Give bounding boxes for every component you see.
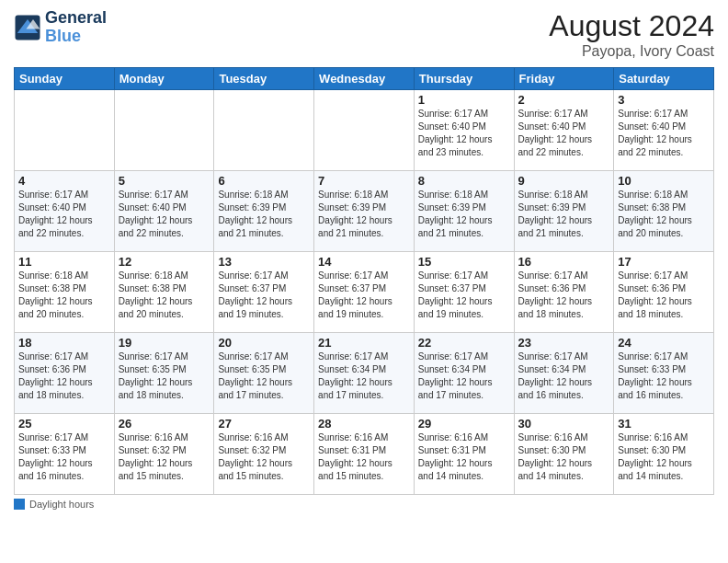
page: General Blue August 2024 Payopa, Ivory C… xyxy=(0,0,728,563)
day-info: Sunrise: 6:17 AM Sunset: 6:37 PM Dayligh… xyxy=(318,270,410,321)
calendar-week-1: 4Sunrise: 6:17 AM Sunset: 6:40 PM Daylig… xyxy=(15,171,714,252)
day-number: 25 xyxy=(18,417,110,431)
day-number: 22 xyxy=(418,336,510,350)
day-info: Sunrise: 6:18 AM Sunset: 6:39 PM Dayligh… xyxy=(218,189,310,240)
calendar-cell: 1Sunrise: 6:17 AM Sunset: 6:40 PM Daylig… xyxy=(414,90,514,171)
day-info: Sunrise: 6:17 AM Sunset: 6:40 PM Dayligh… xyxy=(119,189,210,240)
calendar-cell: 5Sunrise: 6:17 AM Sunset: 6:40 PM Daylig… xyxy=(114,171,214,252)
day-number: 5 xyxy=(119,174,210,188)
calendar-cell: 21Sunrise: 6:17 AM Sunset: 6:34 PM Dayli… xyxy=(314,333,415,414)
calendar-cell: 31Sunrise: 6:16 AM Sunset: 6:30 PM Dayli… xyxy=(614,414,714,495)
calendar-week-4: 25Sunrise: 6:17 AM Sunset: 6:33 PM Dayli… xyxy=(15,414,714,495)
calendar-cell: 8Sunrise: 6:18 AM Sunset: 6:39 PM Daylig… xyxy=(414,171,514,252)
calendar-header-thursday: Thursday xyxy=(414,68,514,90)
logo-line2: Blue xyxy=(45,28,107,46)
calendar-cell: 30Sunrise: 6:16 AM Sunset: 6:30 PM Dayli… xyxy=(514,414,614,495)
calendar-cell: 27Sunrise: 6:16 AM Sunset: 6:32 PM Dayli… xyxy=(214,414,314,495)
day-info: Sunrise: 6:18 AM Sunset: 6:39 PM Dayligh… xyxy=(418,189,510,240)
calendar-cell: 2Sunrise: 6:17 AM Sunset: 6:40 PM Daylig… xyxy=(514,90,614,171)
day-info: Sunrise: 6:16 AM Sunset: 6:32 PM Dayligh… xyxy=(218,431,310,483)
day-number: 31 xyxy=(618,417,710,431)
logo-line1: General xyxy=(45,9,107,28)
day-number: 26 xyxy=(119,417,210,431)
day-number: 30 xyxy=(518,417,610,431)
day-info: Sunrise: 6:18 AM Sunset: 6:38 PM Dayligh… xyxy=(119,270,210,321)
calendar-cell xyxy=(114,90,214,171)
day-number: 24 xyxy=(618,336,710,350)
calendar-cell: 23Sunrise: 6:17 AM Sunset: 6:34 PM Dayli… xyxy=(514,333,614,414)
day-info: Sunrise: 6:17 AM Sunset: 6:33 PM Dayligh… xyxy=(618,350,710,402)
day-number: 10 xyxy=(618,174,710,188)
day-info: Sunrise: 6:17 AM Sunset: 6:36 PM Dayligh… xyxy=(518,270,610,321)
day-info: Sunrise: 6:18 AM Sunset: 6:39 PM Dayligh… xyxy=(318,189,410,240)
day-info: Sunrise: 6:16 AM Sunset: 6:31 PM Dayligh… xyxy=(318,431,410,483)
day-number: 16 xyxy=(518,255,610,269)
day-info: Sunrise: 6:17 AM Sunset: 6:35 PM Dayligh… xyxy=(218,350,310,402)
calendar-header-sunday: Sunday xyxy=(15,68,115,90)
day-number: 7 xyxy=(318,174,410,188)
day-info: Sunrise: 6:18 AM Sunset: 6:38 PM Dayligh… xyxy=(18,270,110,321)
calendar-cell: 9Sunrise: 6:18 AM Sunset: 6:39 PM Daylig… xyxy=(514,171,614,252)
calendar-cell xyxy=(15,90,115,171)
calendar-header-saturday: Saturday xyxy=(614,68,714,90)
day-info: Sunrise: 6:16 AM Sunset: 6:31 PM Dayligh… xyxy=(418,431,510,483)
calendar-week-2: 11Sunrise: 6:18 AM Sunset: 6:38 PM Dayli… xyxy=(15,252,714,333)
day-number: 1 xyxy=(418,93,510,107)
calendar-cell: 22Sunrise: 6:17 AM Sunset: 6:34 PM Dayli… xyxy=(414,333,514,414)
day-number: 23 xyxy=(518,336,610,350)
daylight-box xyxy=(14,499,25,510)
calendar-week-0: 1Sunrise: 6:17 AM Sunset: 6:40 PM Daylig… xyxy=(15,90,714,171)
day-number: 18 xyxy=(18,336,110,350)
day-number: 19 xyxy=(119,336,210,350)
calendar-cell: 7Sunrise: 6:18 AM Sunset: 6:39 PM Daylig… xyxy=(314,171,415,252)
calendar-header-monday: Monday xyxy=(114,68,214,90)
calendar-header-row: SundayMondayTuesdayWednesdayThursdayFrid… xyxy=(15,68,714,90)
day-info: Sunrise: 6:17 AM Sunset: 6:40 PM Dayligh… xyxy=(18,189,110,240)
day-info: Sunrise: 6:17 AM Sunset: 6:34 PM Dayligh… xyxy=(518,350,610,402)
day-number: 2 xyxy=(518,93,610,107)
calendar-cell: 17Sunrise: 6:17 AM Sunset: 6:36 PM Dayli… xyxy=(614,252,714,333)
calendar-cell: 10Sunrise: 6:18 AM Sunset: 6:38 PM Dayli… xyxy=(614,171,714,252)
title-block: August 2024 Payopa, Ivory Coast xyxy=(549,9,714,60)
calendar-cell xyxy=(214,90,314,171)
logo: General Blue xyxy=(14,9,107,46)
day-info: Sunrise: 6:17 AM Sunset: 6:34 PM Dayligh… xyxy=(418,350,510,402)
logo-icon xyxy=(14,14,41,41)
footer-label: Daylight hours xyxy=(29,499,94,510)
calendar-cell: 25Sunrise: 6:17 AM Sunset: 6:33 PM Dayli… xyxy=(15,414,115,495)
day-info: Sunrise: 6:18 AM Sunset: 6:38 PM Dayligh… xyxy=(618,189,710,240)
day-number: 8 xyxy=(418,174,510,188)
calendar-cell: 14Sunrise: 6:17 AM Sunset: 6:37 PM Dayli… xyxy=(314,252,415,333)
calendar-cell: 4Sunrise: 6:17 AM Sunset: 6:40 PM Daylig… xyxy=(15,171,115,252)
calendar-cell: 29Sunrise: 6:16 AM Sunset: 6:31 PM Dayli… xyxy=(414,414,514,495)
day-number: 14 xyxy=(318,255,410,269)
calendar-cell: 26Sunrise: 6:16 AM Sunset: 6:32 PM Dayli… xyxy=(114,414,214,495)
day-info: Sunrise: 6:17 AM Sunset: 6:40 PM Dayligh… xyxy=(518,108,610,159)
day-number: 9 xyxy=(518,174,610,188)
day-number: 4 xyxy=(18,174,110,188)
calendar-cell: 20Sunrise: 6:17 AM Sunset: 6:35 PM Dayli… xyxy=(214,333,314,414)
calendar-cell: 3Sunrise: 6:17 AM Sunset: 6:40 PM Daylig… xyxy=(614,90,714,171)
day-info: Sunrise: 6:17 AM Sunset: 6:36 PM Dayligh… xyxy=(18,350,110,402)
day-info: Sunrise: 6:17 AM Sunset: 6:36 PM Dayligh… xyxy=(618,270,710,321)
header: General Blue August 2024 Payopa, Ivory C… xyxy=(14,9,714,60)
day-info: Sunrise: 6:16 AM Sunset: 6:30 PM Dayligh… xyxy=(518,431,610,483)
day-info: Sunrise: 6:17 AM Sunset: 6:37 PM Dayligh… xyxy=(418,270,510,321)
calendar-cell: 18Sunrise: 6:17 AM Sunset: 6:36 PM Dayli… xyxy=(15,333,115,414)
day-number: 6 xyxy=(218,174,310,188)
day-info: Sunrise: 6:17 AM Sunset: 6:35 PM Dayligh… xyxy=(119,350,210,402)
day-number: 11 xyxy=(18,255,110,269)
location-title: Payopa, Ivory Coast xyxy=(549,43,714,60)
day-info: Sunrise: 6:18 AM Sunset: 6:39 PM Dayligh… xyxy=(518,189,610,240)
day-number: 21 xyxy=(318,336,410,350)
calendar-cell: 19Sunrise: 6:17 AM Sunset: 6:35 PM Dayli… xyxy=(114,333,214,414)
calendar-cell: 11Sunrise: 6:18 AM Sunset: 6:38 PM Dayli… xyxy=(15,252,115,333)
calendar-week-3: 18Sunrise: 6:17 AM Sunset: 6:36 PM Dayli… xyxy=(15,333,714,414)
calendar-table: SundayMondayTuesdayWednesdayThursdayFrid… xyxy=(14,67,714,495)
day-number: 17 xyxy=(618,255,710,269)
day-number: 29 xyxy=(418,417,510,431)
day-info: Sunrise: 6:17 AM Sunset: 6:34 PM Dayligh… xyxy=(318,350,410,402)
day-info: Sunrise: 6:17 AM Sunset: 6:37 PM Dayligh… xyxy=(218,270,310,321)
calendar-header-friday: Friday xyxy=(514,68,614,90)
day-info: Sunrise: 6:16 AM Sunset: 6:30 PM Dayligh… xyxy=(618,431,710,483)
